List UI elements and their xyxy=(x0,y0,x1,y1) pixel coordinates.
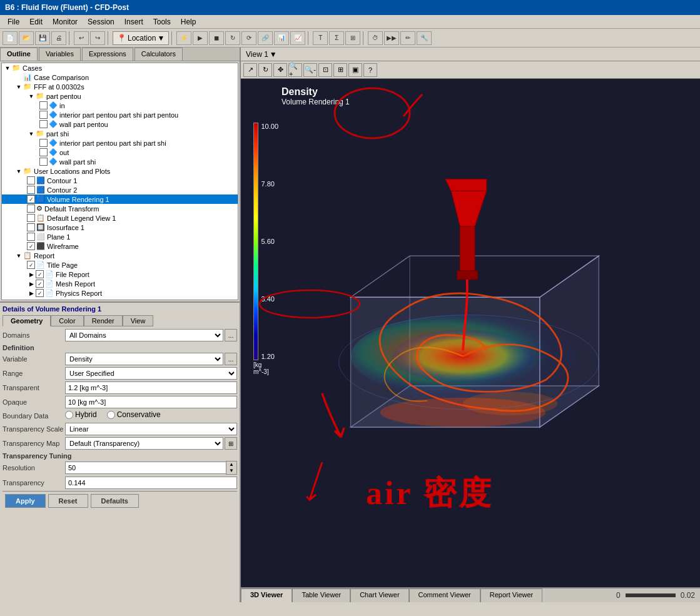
opaque-input[interactable] xyxy=(65,396,237,408)
tree-wireframe[interactable]: ⬛ Wireframe xyxy=(2,241,238,251)
redo-btn[interactable]: ↪ xyxy=(90,31,105,45)
tree-fff[interactable]: ▼ 📁 FFF at 0.00302s xyxy=(2,82,238,91)
resolution-input[interactable] xyxy=(65,462,226,474)
tree-default-legend[interactable]: 📋 Default Legend View 1 xyxy=(2,213,238,223)
vt-select[interactable]: ↗ xyxy=(243,63,257,77)
conservative-input[interactable] xyxy=(107,411,115,419)
defaults-button[interactable]: Defaults xyxy=(91,494,139,508)
exp-mr[interactable]: ▶ xyxy=(27,281,36,287)
tb-btn2[interactable]: ▶ xyxy=(193,31,208,45)
tree-wall-shi[interactable]: 🔷 wall part shi xyxy=(2,157,238,166)
bottom-tab-chart[interactable]: Chart Viewer xyxy=(350,588,408,602)
vt-zoom-out[interactable]: 🔍- xyxy=(303,63,317,77)
tree-file-report[interactable]: ▶ 📄 File Report xyxy=(2,270,238,279)
cb-pr[interactable] xyxy=(36,289,44,297)
bottom-tab-3d[interactable]: 3D Viewer xyxy=(241,588,292,602)
cb-tp[interactable] xyxy=(27,261,35,269)
cb-c2[interactable] xyxy=(27,186,35,194)
tree-in[interactable]: 🔷 in xyxy=(2,101,238,110)
exp-ps[interactable]: ▼ xyxy=(27,131,36,137)
tab-expressions[interactable]: Expressions xyxy=(82,48,133,61)
detail-tab-color[interactable]: Color xyxy=(51,315,83,326)
cb-fr[interactable] xyxy=(36,270,44,278)
cb-iso[interactable] xyxy=(27,223,35,231)
menu-file[interactable]: File xyxy=(3,16,24,28)
tb-btn9[interactable]: T xyxy=(313,31,328,45)
tree-title-page[interactable]: 📄 Title Page xyxy=(2,260,238,270)
hybrid-radio[interactable]: Hybrid xyxy=(65,410,97,419)
vt-fit[interactable]: ⊞ xyxy=(333,63,347,77)
tree-case-comparison[interactable]: 📊 Case Comparison xyxy=(2,73,238,82)
new-btn[interactable]: 📄 xyxy=(3,31,18,45)
bottom-tab-report[interactable]: Report Viewer xyxy=(480,588,543,602)
tree-volume-rendering[interactable]: 🟦 Volume Rendering 1 xyxy=(2,194,238,204)
cb-ip[interactable] xyxy=(39,111,48,119)
detail-tab-render[interactable]: Render xyxy=(84,315,123,326)
exp-pp[interactable]: ▼ xyxy=(27,93,36,99)
save-btn[interactable]: 💾 xyxy=(35,31,50,45)
hybrid-input[interactable] xyxy=(65,411,73,419)
tree-contour2[interactable]: 🟦 Contour 2 xyxy=(2,185,238,194)
exp-fr[interactable]: ▶ xyxy=(27,271,36,278)
tree-report[interactable]: ▼ 📋 Report xyxy=(2,251,238,260)
cb-wp[interactable] xyxy=(39,120,48,128)
reset-button[interactable]: Reset xyxy=(48,494,88,508)
tb-btn14[interactable]: ✏ xyxy=(400,31,415,45)
undo-btn[interactable]: ↩ xyxy=(74,31,89,45)
cb-mr[interactable] xyxy=(36,280,44,288)
tb-btn11[interactable]: ⊞ xyxy=(345,31,360,45)
bottom-tab-table[interactable]: Table Viewer xyxy=(292,588,350,602)
cb-pl[interactable] xyxy=(27,233,35,241)
viewport[interactable]: Density Volume Rendering 1 10.00 7.80 5.… xyxy=(241,79,700,587)
transparency-map-btn[interactable]: ⊞ xyxy=(225,437,237,450)
cb-vr[interactable] xyxy=(27,195,35,203)
exp-ul[interactable]: ▼ xyxy=(14,168,23,174)
exp-pr[interactable]: ▶ xyxy=(27,290,36,296)
tree-cases[interactable]: ▼ 📁 Cases xyxy=(2,63,238,73)
tb-btn12[interactable]: ⏱ xyxy=(368,31,383,45)
resolution-down[interactable]: ▼ xyxy=(226,468,236,474)
menu-tools[interactable]: Tools xyxy=(148,16,176,28)
tb-btn15[interactable]: 🔧 xyxy=(417,31,432,45)
bottom-tab-comment[interactable]: Comment Viewer xyxy=(409,588,480,602)
vt-zoom-box[interactable]: ⊡ xyxy=(318,63,332,77)
variable-select[interactable]: Density xyxy=(65,353,223,365)
vt-help[interactable]: ? xyxy=(363,63,377,77)
tree-default-transform[interactable]: ⚙ Default Transform xyxy=(2,204,238,213)
tab-outline[interactable]: Outline xyxy=(0,48,38,61)
detail-tab-geometry[interactable]: Geometry xyxy=(3,315,51,326)
tb-btn6[interactable]: 🔗 xyxy=(258,31,273,45)
tree-part-shi[interactable]: ▼ 📁 part shi xyxy=(2,129,238,138)
cb-is[interactable] xyxy=(39,139,48,147)
exp-rep[interactable]: ▼ xyxy=(14,253,23,259)
conservative-radio[interactable]: Conservative xyxy=(107,410,161,419)
expand-cases[interactable]: ▼ xyxy=(3,65,12,71)
menu-help[interactable]: Help xyxy=(176,16,201,28)
vt-rotate[interactable]: ↻ xyxy=(258,63,272,77)
location-dropdown[interactable]: 📍 Location ▼ xyxy=(113,31,169,45)
tb-btn4[interactable]: ↻ xyxy=(225,31,240,45)
apply-button[interactable]: Apply xyxy=(5,494,46,508)
tree-user-locations[interactable]: ▼ 📁 User Locations and Plots xyxy=(2,166,238,176)
tb-btn10[interactable]: Σ xyxy=(329,31,344,45)
open-btn[interactable]: 📂 xyxy=(19,31,34,45)
tb-btn13[interactable]: ▶▶ xyxy=(384,31,399,45)
domains-select[interactable]: All Domains xyxy=(65,329,223,341)
cb-ws[interactable] xyxy=(39,158,48,166)
tab-variables[interactable]: Variables xyxy=(39,48,81,61)
print-btn[interactable]: 🖨 xyxy=(51,31,66,45)
range-select[interactable]: User Specified xyxy=(65,367,237,380)
transparency-val-input[interactable] xyxy=(65,477,237,489)
cb-dt[interactable] xyxy=(27,204,35,213)
tree-interior-pentou[interactable]: 🔷 interior part pentou part shi part pen… xyxy=(2,110,238,119)
tree-plane1[interactable]: ⬜ Plane 1 xyxy=(2,232,238,241)
tree-mesh-report[interactable]: ▶ 📄 Mesh Report xyxy=(2,279,238,288)
menu-insert[interactable]: Insert xyxy=(119,16,148,28)
variable-ellipsis[interactable]: ... xyxy=(225,353,237,365)
tb-btn7[interactable]: 📊 xyxy=(274,31,289,45)
transparency-scale-select[interactable]: Linear xyxy=(65,423,237,435)
tb-btn5[interactable]: ⟳ xyxy=(241,31,256,45)
domains-ellipsis[interactable]: ... xyxy=(225,329,237,341)
resolution-up[interactable]: ▲ xyxy=(226,462,236,468)
cb-in[interactable] xyxy=(39,101,48,109)
